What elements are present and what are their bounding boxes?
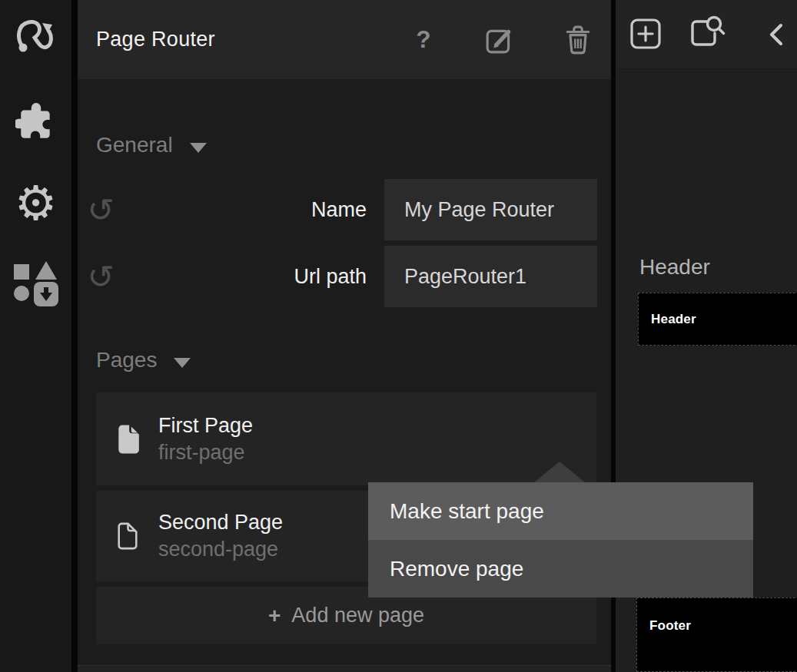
editor-window: ⚙ Page Router ? (0, 0, 797, 672)
download-shape-icon (34, 282, 58, 306)
canvas-header-label: Header (639, 255, 710, 280)
page-outline-icon (117, 521, 138, 551)
section-general-toggle[interactable]: General (96, 129, 207, 161)
delete-button[interactable] (563, 0, 593, 79)
urlpath-field-label: Url path (167, 246, 367, 307)
circle-shape (14, 286, 29, 301)
name-field[interactable] (384, 179, 597, 240)
section-general-label: General (96, 133, 173, 157)
caret-down-icon (190, 143, 207, 153)
sidebar-item-components[interactable] (0, 258, 71, 309)
shapes-icon (14, 261, 58, 306)
name-field-label: Name (167, 179, 367, 240)
add-new-page-label: Add new page (291, 604, 424, 627)
sidebar-item-routes[interactable] (0, 9, 71, 61)
chevron-left-icon (767, 22, 784, 47)
plus-icon: + (268, 604, 281, 628)
puzzle-icon (15, 101, 57, 143)
canvas-header-box[interactable]: Header (638, 293, 797, 346)
edit-icon (485, 25, 514, 55)
reset-urlpath-button[interactable]: ↺ (82, 246, 119, 307)
reset-icon: ↺ (87, 258, 114, 296)
page-icon-wrap (117, 521, 140, 551)
page-item-path: first-page (158, 439, 253, 466)
sidebar-item-plugins[interactable] (0, 97, 71, 147)
reset-icon: ↺ (87, 191, 114, 229)
menu-item-make-start-page[interactable]: Make start page (368, 482, 753, 540)
question-mark-icon: ? (417, 26, 431, 54)
page-item-title: First Page (158, 412, 253, 439)
edit-button[interactable] (483, 0, 516, 79)
urlpath-field[interactable] (384, 246, 597, 307)
page-context-menu: Make start page Remove page (368, 482, 753, 598)
add-component-button[interactable] (630, 18, 661, 49)
components-panel-header (616, 0, 797, 69)
page-icon-wrap (117, 424, 140, 455)
menu-item-remove-page[interactable]: Remove page (368, 540, 753, 598)
sidebar-item-settings[interactable]: ⚙ (0, 175, 71, 232)
page-item-text: Second Page second-page (158, 509, 283, 563)
menu-arrow-up-icon (534, 462, 585, 482)
routes-icon (16, 15, 56, 55)
canvas-footer-box[interactable]: Footer (636, 598, 797, 672)
page-filled-icon (117, 424, 140, 455)
page-item-title: Second Page (158, 509, 283, 536)
help-button[interactable]: ? (413, 0, 434, 79)
page-list-item-first[interactable]: First Page first-page (96, 392, 596, 485)
add-box-icon (630, 18, 661, 49)
page-title: Page Router (96, 28, 215, 51)
panel-header: Page Router ? (78, 0, 611, 79)
reset-name-button[interactable]: ↺ (82, 179, 119, 240)
next-section-edge (78, 665, 611, 672)
triangle-shape (35, 261, 57, 280)
canvas-header-text: Header (651, 312, 696, 327)
caret-down-icon (174, 358, 191, 368)
section-pages-label: Pages (96, 348, 157, 372)
gear-icon: ⚙ (15, 177, 58, 230)
collapse-panel-button[interactable] (767, 22, 784, 47)
trash-icon (565, 25, 591, 55)
search-components-button[interactable] (689, 15, 726, 51)
page-item-path: second-page (158, 536, 283, 563)
canvas-footer-text: Footer (649, 618, 797, 634)
square-shape (14, 264, 29, 280)
section-pages-toggle[interactable]: Pages (96, 344, 191, 376)
page-item-text: First Page first-page (158, 412, 253, 466)
page-search-icon (689, 15, 726, 51)
left-sidebar: ⚙ (0, 0, 71, 672)
